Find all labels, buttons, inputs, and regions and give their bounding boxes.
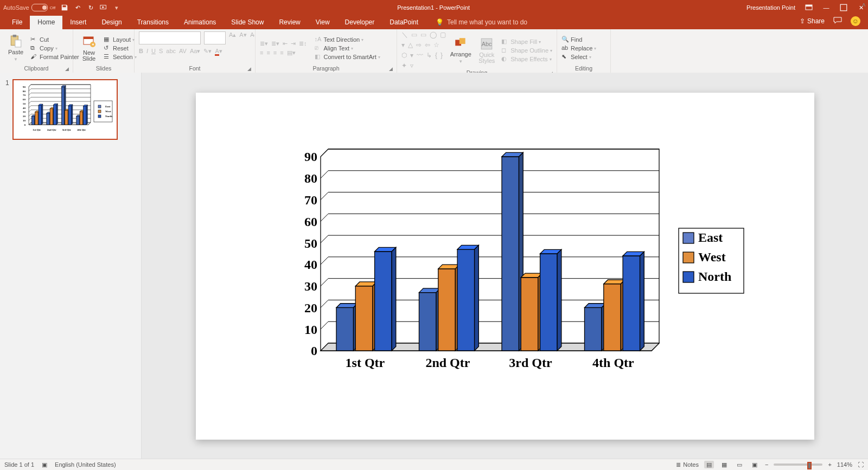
normal-view-icon[interactable]: ▤ xyxy=(704,461,714,468)
svg-text:0: 0 xyxy=(311,344,317,358)
shape-effects-button[interactable]: ◐Shape Effects▾ xyxy=(501,55,552,63)
group-slides: ✶ New Slide ▦Layout▾ ↺Reset ☰Section▾ Sl… xyxy=(73,29,135,73)
decrease-font-icon[interactable]: A▾ xyxy=(239,31,246,44)
copy-label: Copy xyxy=(40,45,54,51)
tab-transitions[interactable]: Transitions xyxy=(130,16,176,29)
italic-icon[interactable]: I xyxy=(146,48,148,55)
shadow-icon[interactable]: S xyxy=(159,48,163,55)
tab-developer[interactable]: Developer xyxy=(337,16,382,29)
font-color-icon[interactable]: A▾ xyxy=(215,48,222,55)
zoom-out-icon[interactable]: − xyxy=(765,461,768,468)
slide-canvas[interactable]: 01020304050607080901st Qtr2nd Qtr3rd Qtr… xyxy=(196,93,814,440)
feedback-smile-icon[interactable]: ☺ xyxy=(851,16,860,26)
clear-formatting-icon[interactable]: A̶ xyxy=(250,31,254,44)
justify-icon[interactable]: ≡ xyxy=(280,49,283,56)
spellcheck-icon[interactable]: ▣ xyxy=(42,461,47,468)
svg-marker-164 xyxy=(640,252,644,351)
autosave-toggle[interactable]: AutoSave Off xyxy=(3,4,55,11)
bar-chart[interactable]: 01020304050607080901st Qtr2nd Qtr3rd Qtr… xyxy=(288,147,809,380)
comments-icon[interactable] xyxy=(833,17,842,26)
collapse-ribbon-icon[interactable]: ʌ xyxy=(862,1,866,8)
dialog-launcher-icon[interactable]: ◢ xyxy=(247,66,251,72)
replace-button[interactable]: abReplace▾ xyxy=(561,44,596,52)
zoom-level[interactable]: 114% xyxy=(837,461,852,468)
maximize-icon[interactable] xyxy=(840,4,847,11)
tab-view[interactable]: View xyxy=(308,16,337,29)
paste-button[interactable]: Paste ▼ xyxy=(4,34,27,62)
slide-sorter-icon[interactable]: ▦ xyxy=(719,461,729,468)
tab-review[interactable]: Review xyxy=(271,16,308,29)
font-name-input[interactable] xyxy=(139,31,201,44)
align-left-icon[interactable]: ≡ xyxy=(260,49,263,56)
shape-outline-button[interactable]: ◻Shape Outline▾ xyxy=(501,47,552,54)
tab-home[interactable]: Home xyxy=(30,16,62,29)
slide-thumbnail-1[interactable]: 01020304050607080901st Qtr2nd Qtr3rd Qtr… xyxy=(12,79,118,140)
svg-text:90: 90 xyxy=(304,150,317,164)
font-size-input[interactable] xyxy=(204,31,226,44)
zoom-slider[interactable] xyxy=(774,463,822,466)
reading-view-icon[interactable]: ▭ xyxy=(735,461,744,468)
zoom-in-icon[interactable]: + xyxy=(828,461,831,468)
language-label[interactable]: English (United States) xyxy=(55,461,116,468)
new-slide-button[interactable]: ✶ New Slide xyxy=(78,35,100,62)
fit-to-window-icon[interactable]: ⛶ xyxy=(858,461,864,468)
bullets-icon[interactable]: ≣▾ xyxy=(260,40,268,47)
align-text-label: Align Text xyxy=(324,45,350,51)
effects-icon: ◐ xyxy=(501,55,509,63)
arrange-button[interactable]: Arrange▼ xyxy=(449,36,472,65)
undo-icon[interactable]: ↶ xyxy=(74,4,81,11)
strikethrough-icon[interactable]: abc xyxy=(166,48,176,55)
tab-slideshow[interactable]: Slide Show xyxy=(224,16,271,29)
section-button[interactable]: ☰Section▾ xyxy=(104,53,137,61)
dialog-launcher-icon[interactable]: ◢ xyxy=(65,66,69,72)
tab-design[interactable]: Design xyxy=(94,16,129,29)
svg-text:1st Qtr: 1st Qtr xyxy=(345,356,385,370)
line-spacing-icon[interactable]: ≣↕ xyxy=(299,40,307,47)
change-case-icon[interactable]: Aa▾ xyxy=(190,48,200,55)
quick-styles-label: Quick Styles xyxy=(478,52,495,64)
quick-styles-button[interactable]: Abc Quick Styles xyxy=(475,37,498,64)
smartart-button[interactable]: ◧Convert to SmartArt▾ xyxy=(315,53,380,61)
svg-rect-152 xyxy=(540,254,557,351)
cursor-icon: ⬉ xyxy=(561,53,569,61)
dialog-launcher-icon[interactable]: ◢ xyxy=(389,66,393,72)
decrease-indent-icon[interactable]: ⇤ xyxy=(283,40,288,47)
share-button[interactable]: ⇪ Share xyxy=(800,17,825,25)
bold-icon[interactable]: B xyxy=(139,48,143,55)
redo-icon[interactable]: ↻ xyxy=(87,4,94,11)
slideshow-view-icon[interactable]: ▣ xyxy=(750,461,760,468)
align-right-icon[interactable]: ≡ xyxy=(273,49,277,56)
tab-insert[interactable]: Insert xyxy=(62,16,94,29)
format-painter-button[interactable]: 🖌Format Painter xyxy=(30,53,79,61)
columns-icon[interactable]: ▤▾ xyxy=(287,49,296,56)
tell-me[interactable]: 💡 Tell me what you want to do xyxy=(436,18,527,29)
tab-file[interactable]: File xyxy=(4,16,30,29)
select-button[interactable]: ⬉Select▾ xyxy=(561,53,596,61)
slide-editor[interactable]: 01020304050607080901st Qtr2nd Qtr3rd Qtr… xyxy=(142,73,868,459)
start-from-beginning-icon[interactable] xyxy=(100,4,107,11)
tab-animations[interactable]: Animations xyxy=(176,16,224,29)
notes-button[interactable]: ≣Notes xyxy=(676,461,699,468)
underline-icon[interactable]: U xyxy=(151,48,156,55)
thumbnail-chart-icon: 01020304050607080901st Qtr2nd Qtr3rd Qtr… xyxy=(14,80,117,139)
numbering-icon[interactable]: ≣▾ xyxy=(271,40,279,47)
increase-indent-icon[interactable]: ⇥ xyxy=(291,40,296,47)
cut-button[interactable]: ✂Cut xyxy=(30,36,79,43)
increase-font-icon[interactable]: A▴ xyxy=(229,31,236,44)
qat-more-icon[interactable]: ▾ xyxy=(113,4,120,11)
align-center-icon[interactable]: ≡ xyxy=(266,49,270,56)
character-spacing-icon[interactable]: AV xyxy=(179,48,187,55)
minimize-icon[interactable]: — xyxy=(822,4,830,11)
shapes-gallery[interactable]: ＼▭▭◯▢▾ △⇨⇦☆⬡▾ 〰↳{}✦▿ xyxy=(401,31,446,69)
layout-button[interactable]: ▦Layout▾ xyxy=(104,36,137,43)
tab-datapoint[interactable]: DataPoint xyxy=(382,16,426,29)
copy-button[interactable]: ⧉Copy▾ xyxy=(30,44,79,52)
find-button[interactable]: 🔍Find xyxy=(561,36,596,43)
text-direction-button[interactable]: ↕AText Direction▾ xyxy=(315,36,380,43)
save-icon[interactable] xyxy=(61,4,68,11)
reset-button[interactable]: ↺Reset xyxy=(104,44,137,52)
highlight-icon[interactable]: ✎▾ xyxy=(203,48,212,55)
align-text-button[interactable]: ⎚Align Text▾ xyxy=(315,44,380,52)
ribbon-display-icon[interactable] xyxy=(805,4,813,11)
shape-fill-button[interactable]: ◧Shape Fill▾ xyxy=(501,38,552,46)
